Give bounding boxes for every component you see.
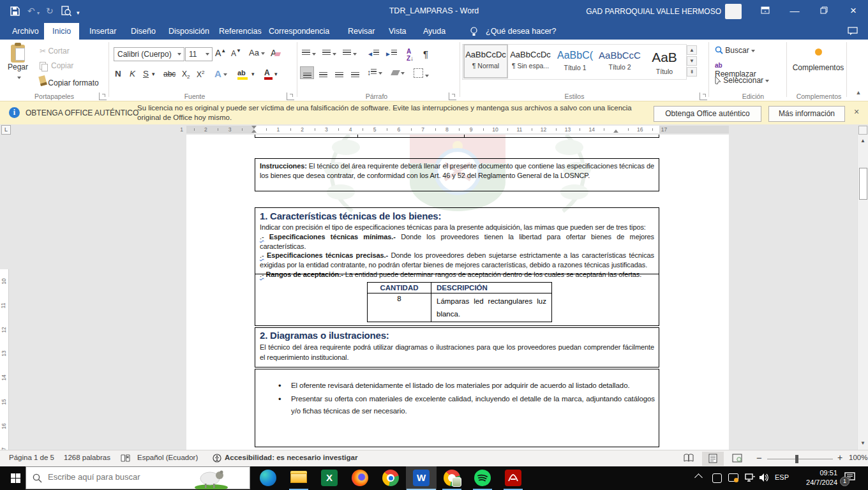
get-genuine-office-button[interactable]: Obtenga Office auténtico [654, 106, 761, 122]
find-button[interactable]: Buscar [715, 46, 755, 55]
zoom-level[interactable]: 100% [849, 454, 867, 461]
feedback-icon[interactable] [848, 27, 858, 36]
page-indicator[interactable]: Página 1 de 5 [9, 454, 54, 461]
scroll-down-icon[interactable]: ▼ [858, 438, 867, 449]
font-dialog-launcher-icon[interactable] [287, 93, 294, 100]
bold-button[interactable]: N [115, 69, 121, 78]
style-titulo[interactable]: AaBTítulo [643, 45, 685, 77]
line-spacing-icon[interactable]: ↕ [367, 68, 382, 77]
taskbar-word[interactable]: W [406, 466, 437, 490]
tray-volume-icon[interactable] [759, 473, 769, 490]
cut-button[interactable]: ✂ Cortar [40, 47, 70, 56]
select-button[interactable]: Seleccionar [715, 76, 769, 85]
addins-button[interactable]: Complementos [791, 45, 845, 87]
web-layout-button[interactable] [726, 452, 748, 466]
tray-clock[interactable]: 09:51 24/7/2024 [795, 468, 837, 487]
paste-button[interactable]: Pegar [5, 43, 31, 85]
styles-scroll-up-icon[interactable]: ▲ [687, 45, 697, 55]
pilcrow-icon[interactable]: ¶ [423, 48, 428, 59]
search-input[interactable] [47, 471, 190, 482]
taskbar-chrome[interactable] [375, 466, 406, 490]
tray-app-icon-1[interactable] [712, 473, 722, 490]
taskbar-excel[interactable]: X [314, 466, 345, 490]
notice-close-icon[interactable]: × [854, 107, 859, 117]
print-preview-icon[interactable] [61, 6, 71, 17]
sort-icon[interactable]: AZ↓ [407, 48, 414, 62]
right-indent-marker[interactable] [613, 130, 618, 133]
italic-button[interactable]: K [130, 69, 135, 78]
action-center-icon[interactable]: 1 [844, 472, 855, 490]
redo-icon[interactable]: ↻ [46, 6, 54, 16]
superscript-button[interactable]: X2 [197, 70, 204, 79]
borders-icon[interactable] [414, 68, 429, 80]
restore-button[interactable] [809, 0, 839, 23]
tray-app-icon-2[interactable] [728, 473, 738, 490]
accessibility-icon[interactable] [213, 454, 221, 463]
ribbon-display-options-button[interactable] [751, 0, 780, 23]
copy-button[interactable]: Copiar [40, 61, 73, 70]
styles-more-icon[interactable]: ⇟ [687, 67, 697, 77]
tab-diseno[interactable]: Diseño [123, 23, 164, 40]
taskbar-acrobat[interactable] [498, 466, 528, 490]
paragraph-dialog-launcher-icon[interactable] [449, 93, 456, 100]
search-highlight-sheep[interactable] [191, 468, 232, 489]
subscript-button[interactable]: X2 [182, 70, 190, 80]
bullets-icon[interactable] [302, 49, 316, 58]
taskbar-spotify[interactable] [467, 466, 498, 490]
tray-network-icon[interactable] [745, 473, 755, 490]
tab-correspondencia[interactable]: Correspondencia [260, 23, 338, 40]
scroll-up-icon[interactable]: ▲ [858, 136, 867, 146]
taskbar-explorer[interactable] [283, 466, 314, 490]
style-normal[interactable]: AaBbCcDc¶ Normal [465, 45, 507, 77]
word-count[interactable]: 1268 palabras [64, 454, 110, 461]
align-center-button[interactable] [316, 66, 330, 79]
increase-indent-icon[interactable]: ► [385, 49, 397, 58]
tab-vista[interactable]: Vista [380, 23, 415, 40]
align-right-button[interactable] [332, 66, 346, 79]
underline-button[interactable]: S [143, 69, 149, 78]
styles-dialog-launcher-icon[interactable] [700, 93, 707, 100]
taskbar-edge[interactable] [253, 466, 283, 490]
decrease-indent-icon[interactable]: ◄ [367, 49, 379, 58]
shrink-font-icon[interactable]: A▼ [231, 48, 241, 58]
format-painter-button[interactable]: Copiar formato [40, 76, 99, 87]
read-mode-button[interactable] [678, 452, 700, 466]
styles-scroll-down-icon[interactable]: ▼ [687, 56, 697, 66]
quick-access-customize-icon[interactable]: ▾ [77, 8, 80, 18]
clear-formatting-icon[interactable]: A [271, 48, 280, 58]
highlight-caret-icon[interactable]: ▾ [251, 71, 255, 77]
hanging-indent-marker[interactable] [251, 130, 257, 133]
account-name[interactable]: GAD PARROQUIAL VALLE HERMOSO [586, 7, 721, 16]
grow-font-icon[interactable]: A▲ [215, 48, 226, 58]
close-button[interactable]: × [839, 0, 868, 23]
font-name-select[interactable]: Calibri (Cuerpo) [114, 47, 184, 61]
save-icon[interactable] [10, 6, 20, 16]
print-layout-button[interactable] [702, 452, 724, 466]
multilevel-list-icon[interactable] [343, 49, 357, 58]
zoom-in-icon[interactable]: + [837, 452, 842, 463]
tab-insertar[interactable]: Insertar [81, 23, 124, 40]
first-line-indent-marker[interactable] [251, 126, 257, 129]
strikethrough-button[interactable]: abc [163, 70, 176, 78]
ruler-toggle-button[interactable] [858, 126, 867, 135]
align-left-button[interactable] [300, 66, 314, 79]
underline-caret-icon[interactable]: ▾ [152, 71, 155, 77]
tab-disposicion[interactable]: Disposición [160, 23, 218, 40]
document-page[interactable]: Instrucciones: El técnico del área requi… [186, 135, 729, 450]
tab-ayuda[interactable]: Ayuda [415, 23, 454, 40]
zoom-out-icon[interactable]: − [756, 452, 762, 463]
change-case-icon[interactable]: Aa [249, 48, 265, 57]
numbering-icon[interactable] [322, 49, 336, 58]
taskbar-chrome-profile[interactable] [437, 466, 467, 490]
avatar[interactable] [725, 4, 742, 19]
highlight-color-icon[interactable]: ab [237, 68, 248, 80]
zoom-slider-thumb[interactable] [795, 455, 798, 463]
start-button[interactable] [5, 466, 27, 490]
tab-inicio[interactable]: Inicio [44, 23, 79, 40]
shading-icon[interactable] [392, 68, 405, 77]
tab-archivo[interactable]: Archivo [4, 23, 47, 40]
taskbar-search-box[interactable] [26, 466, 250, 489]
minimize-button[interactable]: — [780, 0, 809, 23]
tab-selector[interactable]: L [1, 125, 11, 135]
tray-language[interactable]: ESP [775, 473, 789, 490]
